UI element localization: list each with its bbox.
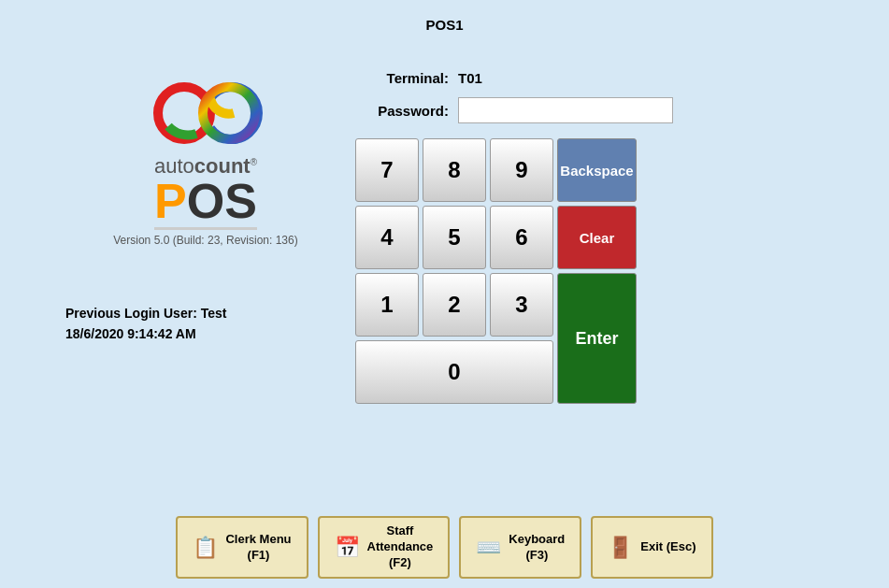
num-btn-2[interactable]: 2	[423, 273, 486, 337]
right-panel: Terminal: T01 Password: 7 8 9 4 5 6 1 2 …	[355, 51, 852, 404]
version-text: Version 5.0 (Build: 23, Revision: 136)	[113, 234, 297, 247]
pos-p: P	[154, 174, 187, 228]
terminal-row: Terminal: T01	[355, 70, 482, 86]
ac-logo	[145, 79, 266, 154]
pos-os: OS	[187, 174, 257, 228]
login-info: Previous Login User: Test 18/6/2020 9:14…	[56, 303, 226, 345]
login-datetime: 18/6/2020 9:14:42 AM	[65, 323, 226, 344]
num-btn-3[interactable]: 3	[490, 273, 553, 337]
exit-icon: 🚪	[608, 536, 633, 560]
num-btn-9[interactable]: 9	[490, 138, 553, 202]
keyboard-icon: ⌨️	[476, 536, 501, 560]
password-input[interactable]	[458, 97, 673, 123]
clerk-menu-icon: 📋	[193, 536, 218, 560]
page-title: POS1	[0, 0, 889, 33]
backspace-button[interactable]: Backspace	[557, 138, 637, 202]
numpad-container: 7 8 9 4 5 6 1 2 3 0 Backspace Clear Ente…	[355, 138, 637, 404]
num-btn-6[interactable]: 6	[490, 206, 553, 269]
logo-container: autocount® POS Version 5.0 (Build: 23, R…	[113, 79, 297, 275]
password-row: Password:	[355, 97, 673, 123]
bottom-bar: 📋 Clerk Menu(F1) 📅 StaffAttendance(F2) ⌨…	[0, 516, 889, 579]
left-panel: autocount® POS Version 5.0 (Build: 23, R…	[56, 51, 355, 345]
brand-reg: ®	[251, 157, 257, 167]
terminal-label: Terminal:	[355, 70, 449, 86]
num-btn-0[interactable]: 0	[355, 340, 553, 404]
password-label: Password:	[355, 103, 449, 119]
clerk-menu-label: Clerk Menu(F1)	[225, 532, 291, 564]
enter-button[interactable]: Enter	[557, 273, 637, 404]
num-btn-1[interactable]: 1	[355, 273, 419, 337]
terminal-value: T01	[458, 70, 482, 86]
clear-button[interactable]: Clear	[557, 206, 637, 269]
staff-attendance-label: StaffAttendance(F2)	[367, 523, 434, 571]
previous-user: Previous Login User: Test	[65, 303, 226, 323]
numpad-side: Backspace Clear Enter	[557, 138, 637, 404]
num-btn-5[interactable]: 5	[423, 206, 486, 269]
exit-label: Exit (Esc)	[640, 539, 695, 555]
exit-button[interactable]: 🚪 Exit (Esc)	[591, 516, 712, 579]
num-btn-4[interactable]: 4	[355, 206, 419, 269]
staff-attendance-icon: 📅	[335, 536, 360, 560]
num-btn-8[interactable]: 8	[423, 138, 486, 202]
keyboard-button[interactable]: ⌨️ Keyboard(F3)	[459, 516, 581, 579]
staff-attendance-button[interactable]: 📅 StaffAttendance(F2)	[318, 516, 451, 579]
clerk-menu-button[interactable]: 📋 Clerk Menu(F1)	[176, 516, 308, 579]
pos-brand: POS	[154, 179, 257, 230]
num-btn-7[interactable]: 7	[355, 138, 419, 202]
keyboard-label: Keyboard(F3)	[509, 532, 565, 564]
numpad-main: 7 8 9 4 5 6 1 2 3 0	[355, 138, 553, 404]
